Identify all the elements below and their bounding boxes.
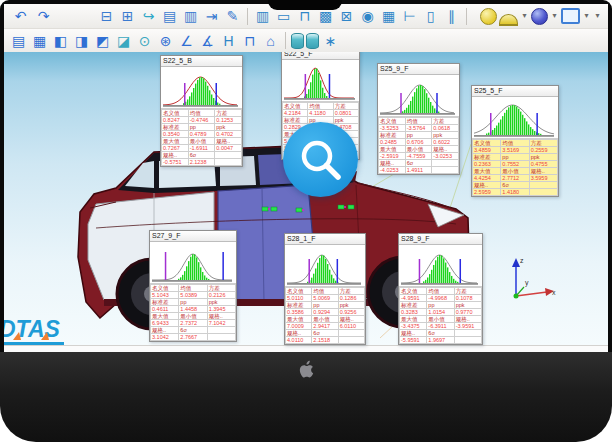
stat-label: pp (312, 302, 338, 309)
point-marker-icon[interactable]: ⊙ (135, 31, 154, 51)
histogram-plot (287, 246, 361, 286)
stat-value: 1.4911 (405, 167, 432, 174)
stat-value: 2.7667 (179, 334, 207, 341)
stat-label: ppk (215, 124, 242, 131)
stat-value: 7.0009 (286, 323, 312, 330)
panel-title[interactable]: S25_5_F (472, 86, 558, 97)
stat-value: 3.5169 (501, 147, 529, 154)
stat-value: 0.9770 (454, 309, 481, 316)
stat-panel-S25_9_F[interactable]: S25_9_F名义值均值方差-3.5253-3.57640.0618标准差ppp… (377, 63, 460, 175)
mirror-view-icon[interactable]: ∥ (442, 6, 461, 26)
node-network-icon[interactable]: ⊛ (156, 31, 175, 51)
stat-label: 6σ (179, 327, 207, 334)
panel-title[interactable]: S22_5_B (161, 56, 242, 67)
stat-label: 标准差 (286, 302, 312, 309)
stat-value: 0.1078 (454, 295, 481, 302)
box-view-3-icon[interactable]: ◩ (93, 31, 112, 51)
stat-label: 最大值 (151, 313, 179, 320)
vector-line-icon[interactable]: ∡ (198, 31, 217, 51)
box-annotate-icon[interactable]: ◪ (114, 31, 133, 51)
tile-windows-icon[interactable]: ▤ (9, 31, 28, 51)
stat-panel-S25_5_F[interactable]: S25_5_F名义值均值方差3.48593.51690.2559标准差ppppk… (471, 85, 559, 197)
dropdown-arrow-icon[interactable]: ▾ (593, 6, 602, 26)
new-clipboard-icon[interactable]: ⊞ (118, 6, 137, 26)
stat-label: 最小值 (188, 138, 215, 145)
measure-view-icon[interactable]: ⊢ (400, 6, 419, 26)
stat-value: 2.5959 (473, 189, 501, 196)
panel-title[interactable]: S27_9_F (150, 231, 236, 242)
box-view-2-icon[interactable]: ◨ (72, 31, 91, 51)
stat-value: 0.9256 (338, 309, 364, 316)
axis-y-label: y (525, 279, 529, 287)
stat-label: 规格.. (400, 330, 427, 337)
stat-value: 0.9294 (312, 309, 338, 316)
split-columns-icon[interactable]: ▥ (253, 6, 272, 26)
print-report-icon[interactable]: ⊟ (97, 6, 116, 26)
stat-label: 最大值 (473, 168, 501, 175)
press-fixture-icon[interactable]: ⊓ (240, 31, 259, 51)
stat-value: 0.6022 (432, 139, 459, 146)
stat-panel-S27_9_F[interactable]: S27_9_F名义值均值方差5.10435.03890.2126标准差ppppk… (149, 230, 237, 342)
vector-angle-icon[interactable]: ∠ (177, 31, 196, 51)
stat-label: 规格.. (454, 316, 481, 323)
apple-logo-icon (298, 360, 314, 379)
stat-value: 5.0069 (312, 295, 338, 302)
cascade-windows-icon[interactable]: ▦ (30, 31, 49, 51)
stat-value: 0.6706 (405, 139, 432, 146)
dropdown-arrow-icon[interactable]: ▾ (520, 6, 529, 26)
datum-h-icon[interactable]: H (219, 31, 238, 51)
viewport-canvas[interactable]: z y x S22_5_B名义值均值方差0.8247-0.47460.1253标… (4, 52, 608, 345)
import-model-icon[interactable]: ↪ (139, 6, 158, 26)
scatter-points-icon[interactable]: ∗ (321, 31, 340, 51)
stat-value: 0.4611 (151, 306, 179, 313)
stat-value: 0.2559 (529, 147, 557, 154)
grid-view-icon[interactable]: ▦ (379, 6, 398, 26)
dropdown-arrow-icon[interactable]: ▾ (582, 6, 591, 26)
panel-title[interactable]: S28_1_F (285, 234, 365, 245)
stat-value: 2.1518 (312, 337, 338, 344)
stat-value: 5.1043 (151, 292, 179, 299)
database-refresh-icon[interactable] (306, 33, 319, 49)
stat-label: 方差 (333, 103, 358, 110)
stat-label: 均值 (501, 140, 529, 147)
nav-sphere-icon[interactable] (531, 8, 548, 25)
panel-title[interactable]: S28_9_F (399, 234, 482, 245)
stat-label (529, 182, 557, 189)
stat-label: 均值 (308, 103, 333, 110)
stat-label: 均值 (312, 288, 338, 295)
stat-label: 6σ (188, 152, 215, 159)
stat-value: -0.4746 (188, 117, 215, 124)
stat-panel-S22_5_B[interactable]: S22_5_B名义值均值方差0.8247-0.47460.1253标准差pppp… (160, 55, 243, 167)
stat-panel-S28_9_F[interactable]: S28_9_F名义值均值方差-4.9591-4.99680.1078标准差ppp… (398, 233, 483, 345)
stat-label: 最小值 (179, 313, 207, 320)
edit-doc-icon[interactable]: ✎ (223, 6, 242, 26)
zoom-indicator[interactable] (283, 122, 358, 197)
protractor-gauge-icon[interactable] (499, 14, 518, 26)
axis-x-label: x (552, 289, 556, 296)
redo-icon[interactable]: ↷ (34, 6, 53, 26)
box-view-1-icon[interactable]: ◧ (51, 31, 70, 51)
histogram-plot (163, 68, 238, 108)
doc-points-icon[interactable]: ▥ (181, 6, 200, 26)
panel-title[interactable]: S25_9_F (378, 64, 459, 75)
stat-label: 名义值 (400, 288, 427, 295)
result-monitor-icon[interactable] (561, 8, 580, 24)
stat-label: 方差 (215, 110, 242, 117)
export-doc-icon[interactable]: ⇥ (202, 6, 221, 26)
stat-value: 5.0110 (286, 295, 312, 302)
undo-icon[interactable]: ↶ (11, 6, 30, 26)
stat-value: 0.3586 (286, 309, 312, 316)
close-view-icon[interactable]: ⊠ (337, 6, 356, 26)
report-chart-icon[interactable]: ▤ (160, 6, 179, 26)
stat-value: -6.3911 (427, 323, 454, 330)
sphere-view-icon[interactable]: ◉ (358, 6, 377, 26)
page-view-icon[interactable]: ▯ (421, 6, 440, 26)
dropdown-arrow-icon[interactable]: ▾ (550, 6, 559, 26)
home-part-icon[interactable]: ⌂ (261, 31, 280, 51)
stats-table: 名义值均值方差0.8247-0.47460.1253标准差ppppk0.3540… (161, 109, 242, 166)
stat-panel-S28_1_F[interactable]: S28_1_F名义值均值方差5.01105.00690.1286标准差ppppk… (284, 233, 366, 345)
target-gauge-icon[interactable] (480, 8, 497, 25)
stats-table: 名义值均值方差-4.9591-4.99680.1078标准差ppppk0.328… (399, 287, 482, 344)
stat-value: 0.0618 (432, 125, 459, 132)
database-run-icon[interactable] (291, 33, 304, 49)
